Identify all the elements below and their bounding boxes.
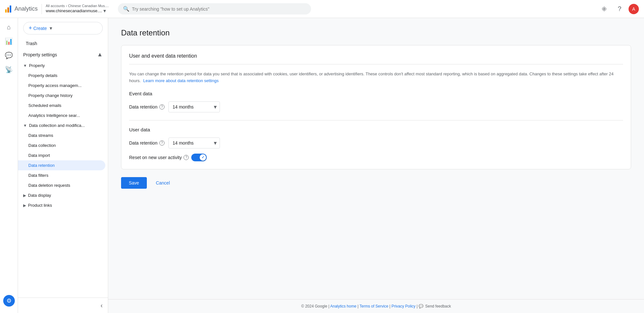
toggle-check-icon: ✓ (202, 155, 204, 159)
save-button[interactable]: Save (121, 177, 147, 189)
reset-toggle[interactable]: ✓ (191, 154, 207, 161)
card-divider-middle (129, 120, 623, 120)
toggle-knob: ✓ (200, 154, 206, 161)
product-links-label: Product links (28, 203, 52, 208)
user-data-label: User data (129, 127, 623, 132)
data-collection-group: ▼ Data collection and modifica... Data s… (18, 120, 108, 190)
event-retention-label: Data retention ? (129, 104, 165, 109)
footer-copyright: © 2024 Google (301, 304, 327, 308)
retention-card: User and event data retention You can ch… (121, 45, 631, 169)
sidebar-item-data-deletion-requests[interactable]: Data deletion requests (18, 180, 108, 190)
sidebar-item-data-streams[interactable]: Data streams (18, 130, 108, 140)
create-button[interactable]: + Create ▾ (23, 22, 103, 34)
property-name[interactable]: www.chinesecanadianmuse.... ▾ (46, 8, 109, 14)
user-retention-select[interactable]: 2 months 14 months (168, 138, 220, 148)
account-selector[interactable]: All accounts › Chinese Canadian Mus.... … (46, 4, 109, 14)
property-settings-section[interactable]: Property settings ▲ (18, 49, 108, 61)
reset-row: Reset on new user activity ? ✓ (129, 154, 623, 161)
reports-icon-button[interactable]: 📊 (3, 35, 15, 48)
footer-analytics-home[interactable]: Analytics home (330, 304, 356, 308)
footer-terms[interactable]: Terms of Service (359, 304, 388, 308)
event-retention-row: Data retention ? 2 months 14 months ▾ (129, 101, 623, 112)
logo: Analytics (5, 5, 38, 13)
reset-label: Reset on new user activity ? (129, 155, 189, 160)
collapse-sidebar-button[interactable]: ‹ (100, 302, 103, 309)
product-links-group-header[interactable]: ▶ Product links (18, 200, 108, 210)
event-retention-select-wrap: 2 months 14 months ▾ (168, 101, 220, 112)
create-button-label: Create (33, 26, 47, 31)
page-title: Data retention (121, 28, 631, 37)
data-collection-group-label: Data collection and modifica... (29, 123, 85, 128)
data-display-arrow-icon: ▶ (23, 193, 26, 198)
sidebar-item-data-import[interactable]: Data import (18, 150, 108, 160)
explore-icon-button[interactable]: 💬 (3, 49, 15, 62)
plus-icon: + (29, 25, 32, 32)
collapse-icon: ▲ (97, 51, 103, 58)
main-layout: ⌂ 📊 💬 📡 ⚙ + Create ▾ Trash Property sett… (0, 18, 644, 313)
top-nav: Analytics All accounts › Chinese Canadia… (0, 0, 644, 18)
all-accounts-label: All accounts › Chinese Canadian Mus.... (46, 4, 109, 8)
main-content: Data retention User and event data reten… (108, 18, 644, 299)
event-data-label: Event data (129, 91, 623, 96)
user-retention-label: Data retention ? (129, 140, 165, 146)
feedback-link[interactable]: Send feedback (425, 304, 451, 308)
settings-side-icon-button[interactable]: ⚙ (3, 295, 15, 307)
property-group-label: Property (29, 63, 45, 68)
feedback-icon: 💬 (419, 304, 423, 308)
reset-help-icon[interactable]: ? (184, 155, 189, 160)
user-retention-row: Data retention ? 2 months 14 months ▾ (129, 138, 623, 148)
search-bar: 🔍 (118, 3, 311, 14)
apps-icon-button[interactable]: ⁜ (598, 3, 611, 15)
search-input[interactable] (132, 6, 306, 12)
footer-privacy[interactable]: Privacy Policy (392, 304, 416, 308)
sidebar-footer: ‹ (18, 298, 108, 313)
chevron-down-icon: ▾ (103, 8, 106, 14)
event-retention-select[interactable]: 2 months 14 months (168, 101, 220, 112)
sidebar-item-data-filters[interactable]: Data filters (18, 170, 108, 180)
event-help-icon[interactable]: ? (159, 104, 165, 109)
sidebar-item-analytics-intelligence[interactable]: Analytics Intelligence sear... (18, 110, 108, 120)
cancel-button[interactable]: Cancel (151, 177, 175, 189)
create-chevron-icon: ▾ (50, 25, 52, 31)
user-help-icon[interactable]: ? (159, 140, 165, 146)
data-collection-group-header[interactable]: ▼ Data collection and modifica... (18, 120, 108, 130)
app-name: Analytics (14, 5, 38, 12)
sidebar-item-property-details[interactable]: Property details (18, 71, 108, 81)
help-icon-button[interactable]: ? (613, 3, 626, 15)
property-group-header[interactable]: ▼ Property (18, 61, 108, 71)
side-icon-bar: ⌂ 📊 💬 📡 ⚙ (0, 18, 18, 313)
learn-more-link[interactable]: Learn more about data retention settings (143, 78, 219, 83)
property-group: ▼ Property Property details Property acc… (18, 61, 108, 120)
product-links-arrow-icon: ▶ (23, 203, 26, 208)
home-icon-button[interactable]: ⌂ (3, 21, 15, 33)
data-display-label: Data display (28, 193, 51, 198)
avatar[interactable]: A (629, 4, 639, 14)
card-divider-top (129, 64, 623, 64)
property-settings-label: Property settings (23, 52, 57, 57)
data-display-group-header[interactable]: ▶ Data display (18, 190, 108, 200)
card-description: You can change the retention period for … (129, 71, 623, 84)
sidebar-item-data-retention[interactable]: Data retention (18, 160, 105, 170)
sidebar-item-property-access-management[interactable]: Property access managem... (18, 81, 108, 90)
sidebar: + Create ▾ Trash Property settings ▲ ▼ P… (18, 18, 108, 313)
nav-right-actions: ⁜ ? A (598, 3, 639, 15)
sidebar-item-scheduled-emails[interactable]: Scheduled emails (18, 100, 108, 110)
event-data-section: Event data Data retention ? 2 months 14 … (129, 91, 623, 112)
sidebar-trash-item[interactable]: Trash (18, 38, 108, 49)
nav-divider (42, 4, 42, 14)
action-row: Save Cancel (121, 177, 631, 189)
search-icon: 🔍 (123, 6, 129, 12)
user-data-section: User data Data retention ? 2 months 14 m… (129, 127, 623, 161)
sidebar-item-property-change-history[interactable]: Property change history (18, 90, 108, 100)
data-collection-arrow-icon: ▼ (23, 123, 27, 128)
property-arrow-icon: ▼ (23, 63, 27, 68)
card-section-title: User and event data retention (129, 53, 623, 59)
advertising-icon-button[interactable]: 📡 (3, 63, 15, 76)
sidebar-item-data-collection[interactable]: Data collection (18, 140, 108, 150)
user-retention-select-wrap: 2 months 14 months ▾ (168, 138, 220, 148)
logo-icon (5, 5, 11, 13)
main-footer: © 2024 Google | Analytics home | Terms o… (108, 299, 644, 313)
